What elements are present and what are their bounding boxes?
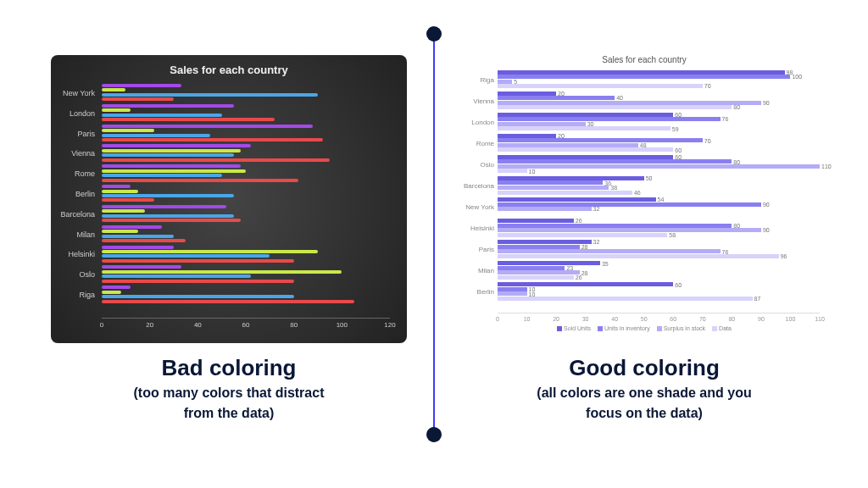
good-chart-value-label: 80 [732, 104, 740, 110]
good-chart-row: New York549032 [498, 197, 820, 217]
good-chart-ylabel: Vienna [462, 97, 494, 104]
good-chart-value-label: 10 [527, 168, 536, 174]
bad-chart-ylabel: Milan [76, 230, 95, 239]
good-chart-bar [498, 164, 820, 169]
good-chart-bar [498, 180, 603, 185]
good-chart-bar [498, 224, 732, 228]
right-caption-title: Good coloring [462, 355, 826, 381]
legend-entry: Surplus in stock [657, 325, 705, 331]
good-chart-bar [498, 84, 703, 88]
good-chart-bar [498, 282, 673, 286]
good-chart-value-label: 76 [721, 116, 729, 122]
bad-chart-row [102, 164, 390, 182]
bad-chart-bar [102, 291, 121, 294]
good-chart-bar [498, 134, 556, 138]
comparison-figure: Sales for each country New YorkLondonPar… [0, 0, 868, 488]
good-chart-value-label: 90 [761, 227, 770, 233]
bad-chart-ylabel: Barcelona [60, 210, 95, 219]
bad-chart-bar [102, 274, 251, 278]
good-chart-bar [498, 113, 673, 117]
bad-chart-row [102, 285, 390, 303]
bad-chart-bar [102, 230, 138, 233]
left-caption-line2: from the data) [51, 405, 407, 422]
good-chart-ylabel: London [462, 118, 494, 125]
legend-swatch-icon [657, 326, 662, 331]
bad-chart-ylabel: Helsinki [68, 250, 95, 258]
bad-chart-row [102, 245, 390, 263]
good-chart-value-label: 96 [779, 253, 787, 259]
divider-dot-top [426, 26, 442, 42]
good-chart-bar [498, 287, 527, 291]
bad-chart-row [102, 204, 390, 223]
bad-chart-bar [102, 239, 186, 242]
good-chart-bar [498, 291, 527, 296]
bad-chart-plot: New YorkLondonParisViennaRomeBerlinBarce… [102, 81, 390, 319]
bad-chart-bar [102, 108, 131, 112]
good-chart-bar [498, 270, 580, 274]
good-chart-bar [498, 70, 785, 75]
bad-chart-bar [102, 235, 174, 238]
bad-chart-bar [102, 93, 318, 97]
good-chart-xtick: 110 [815, 316, 825, 322]
bad-chart-bar [102, 134, 210, 137]
good-chart-bar [498, 101, 761, 105]
bad-chart-bar [102, 250, 318, 253]
good-chart-bar [498, 126, 670, 130]
bad-chart-bar [102, 104, 234, 108]
good-chart-bar [498, 80, 512, 84]
good-chart-xtick: 80 [728, 316, 735, 322]
good-chart-bar [498, 155, 673, 159]
bad-chart-ylabel: Berlin [75, 190, 95, 198]
good-chart-row: Helsinki26809058 [498, 219, 820, 238]
good-chart-bar [498, 122, 586, 126]
bad-chart-bar [102, 114, 222, 117]
good-chart-bar [498, 92, 556, 96]
bad-chart-row [102, 225, 390, 243]
good-chart-value-label: 46 [632, 189, 641, 195]
good-chart-plot: 0102030405060708090100110Riga98100570Vie… [498, 68, 820, 313]
good-chart-bar [498, 75, 790, 79]
bad-chart-bar [102, 129, 154, 132]
good-chart-value-label: 60 [673, 281, 682, 287]
bad-chart-xtick: 80 [290, 321, 298, 329]
good-chart-bar [498, 219, 574, 223]
bad-chart-bar [102, 209, 145, 213]
bad-chart-row [102, 103, 390, 122]
good-chart-value-label: 32 [592, 239, 600, 245]
good-chart-row: Berlin60101087 [498, 282, 820, 302]
bad-chart-bar [102, 254, 270, 258]
bad-chart-bar [102, 97, 174, 101]
good-chart-bar [498, 96, 615, 100]
bad-chart-ylabel: Paris [77, 130, 95, 138]
bad-chart-ylabel: London [70, 109, 95, 118]
good-chart-bar [498, 297, 753, 301]
bad-chart-row [102, 83, 390, 102]
bad-chart-ylabel: Riga [79, 291, 95, 299]
bad-chart-xtick: 60 [242, 321, 250, 329]
bad-chart-bar [102, 190, 138, 193]
good-chart-xtick: 10 [524, 316, 531, 322]
bad-chart-bar [102, 259, 294, 263]
bad-chart-bar [102, 286, 131, 289]
good-chart-value-label: 70 [703, 83, 711, 89]
good-chart-value-label: 100 [790, 74, 802, 80]
good-chart-value-label: 90 [761, 201, 770, 207]
good-chart-xtick: 60 [670, 316, 676, 322]
good-chart-bar [498, 207, 592, 211]
good-chart-value-label: 110 [820, 164, 832, 169]
bad-chart-bar [102, 153, 234, 157]
bad-chart-ylabel: Rome [75, 169, 95, 178]
bad-chart-xtick: 120 [384, 321, 395, 329]
bad-chart-bar [102, 174, 222, 177]
good-chart-bar [498, 275, 574, 280]
good-chart-bar [498, 228, 761, 232]
bad-chart-bar [102, 219, 241, 222]
bad-chart-bar [102, 125, 313, 128]
good-chart-xtick: 40 [611, 316, 618, 322]
right-panel: Sales for each country 01020304050607080… [462, 55, 826, 422]
bad-chart-xtick: 20 [146, 321, 153, 329]
divider-dot-bottom [426, 427, 442, 442]
legend-swatch-icon [598, 326, 603, 331]
good-chart-ylabel: Paris [462, 246, 494, 253]
bad-chart-bar [102, 84, 181, 87]
